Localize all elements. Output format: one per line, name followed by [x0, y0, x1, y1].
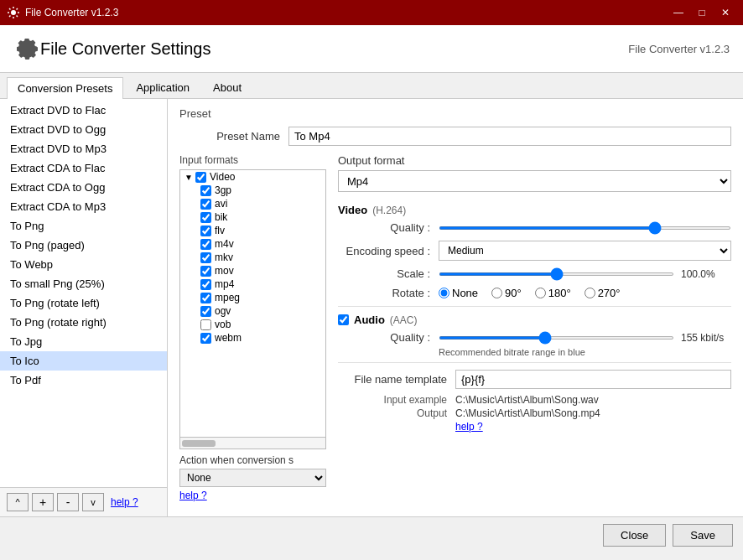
maximize-button[interactable]: □ [691, 4, 713, 21]
preset-name-input[interactable] [288, 127, 731, 146]
tree-item-avi[interactable]: avi [180, 197, 325, 210]
sidebar-item-1[interactable]: Extract DVD to Ogg [0, 120, 167, 139]
sidebar-item-3[interactable]: Extract CDA to Flac [0, 158, 167, 178]
tree-item-3gp[interactable]: 3gp [180, 184, 325, 197]
recommended-bitrate-text: Recommended bitrate range in blue [439, 347, 731, 357]
action-label: Action when conversion s [179, 454, 326, 466]
sidebar: Extract DVD to FlacExtract DVD to OggExt… [0, 99, 168, 516]
encoding-speed-select[interactable]: Ultra fastVery fastFastMediumSlowVery sl… [439, 241, 731, 261]
rotate-270[interactable]: 270° [585, 287, 621, 299]
tree-item-mov[interactable]: mov [180, 264, 325, 277]
preset-section-label: Preset [179, 107, 731, 120]
tree-item-bik[interactable]: bik [180, 210, 325, 224]
audio-quality-value: 155 kbit/s [681, 332, 731, 344]
input-formats-label: Input formats [179, 154, 326, 166]
sidebar-item-4[interactable]: Extract CDA to Ogg [0, 178, 167, 197]
cb-webm[interactable] [200, 333, 211, 344]
settings-col: Output format Mp4AviMkvWebm Video (H.264… [338, 154, 731, 501]
sidebar-item-9[interactable]: To small Png (25%) [0, 274, 167, 293]
label-mov: mov [215, 265, 234, 277]
video-quality-slider[interactable] [439, 226, 731, 230]
sidebar-item-11[interactable]: To Png (rotate right) [0, 313, 167, 332]
cb-bik[interactable] [200, 212, 211, 223]
tab-conversion-presets[interactable]: Conversion Presets [7, 77, 123, 99]
move-down-button[interactable]: v [82, 493, 104, 511]
sidebar-item-5[interactable]: Extract CDA to Mp3 [0, 197, 167, 216]
app-title: File Converter Settings [40, 39, 628, 59]
cb-flv[interactable] [200, 226, 211, 236]
add-preset-button[interactable]: + [32, 493, 54, 511]
preset-list[interactable]: Extract DVD to FlacExtract DVD to OggExt… [0, 99, 167, 487]
sidebar-item-14[interactable]: To Pdf [0, 371, 167, 390]
rotate-90[interactable]: 90° [491, 287, 522, 299]
action-help-link[interactable]: help ? [179, 490, 207, 501]
audio-quality-slider[interactable] [439, 336, 674, 340]
cb-mp4[interactable] [200, 279, 211, 290]
minimize-button[interactable]: — [668, 4, 689, 21]
rotate-180[interactable]: 180° [535, 287, 571, 299]
audio-quality-row: Quality : 155 kbit/s [338, 331, 731, 344]
tree-hscroll[interactable] [179, 438, 326, 449]
input-example-value: C:\Music\Artist\Album\Song.wav [455, 394, 599, 406]
format-tree[interactable]: ▼Video3gpavibikflvm4vmkvmovmp4mpegogvvob… [179, 169, 326, 438]
sidebar-help-link[interactable]: help ? [111, 496, 138, 508]
preset-name-label: Preset Name [179, 130, 288, 143]
svg-point-0 [11, 10, 16, 15]
save-button[interactable]: Save [673, 524, 733, 547]
video-quality-label: Quality : [338, 221, 439, 234]
output-format-select[interactable]: Mp4AviMkvWebm [338, 170, 731, 192]
label-avi: avi [215, 198, 227, 210]
sidebar-item-10[interactable]: To Png (rotate left) [0, 293, 167, 313]
rotate-radio-group: None 90° 180° 270° [439, 287, 621, 299]
tree-item-mpeg[interactable]: mpeg [180, 291, 325, 304]
action-dropdown[interactable]: None Beep Open folder [179, 469, 326, 487]
tree-item-webm[interactable]: webm [180, 331, 325, 345]
expand-icon[interactable]: ▼ [184, 172, 194, 182]
sidebar-controls: ^ + - v help ? [0, 487, 167, 516]
titlebar: File Converter v1.2.3 — □ ✕ [0, 0, 743, 25]
move-up-button[interactable]: ^ [7, 493, 29, 511]
label-bik: bik [215, 211, 227, 223]
audio-section-header: Audio (AAC) [338, 314, 731, 326]
remove-preset-button[interactable]: - [57, 493, 79, 511]
sidebar-item-2[interactable]: Extract DVD to Mp3 [0, 139, 167, 158]
sidebar-item-7[interactable]: To Png (paged) [0, 236, 167, 255]
tree-parent-video[interactable]: ▼Video [180, 170, 325, 184]
scale-label: Scale : [338, 267, 439, 280]
cb-3gp[interactable] [200, 185, 211, 196]
close-button[interactable]: Close [603, 524, 666, 547]
file-template-input[interactable] [455, 370, 731, 389]
settings-icon [13, 35, 40, 62]
tree-item-mp4[interactable]: mp4 [180, 277, 325, 291]
tab-about[interactable]: About [202, 76, 252, 98]
cb-mpeg[interactable] [200, 293, 211, 303]
scale-value: 100.0% [681, 268, 731, 280]
sidebar-item-8[interactable]: To Webp [0, 255, 167, 274]
tabbar: Conversion Presets Application About [0, 73, 743, 99]
file-template-help-link[interactable]: help ? [455, 421, 731, 433]
cb-vob[interactable] [200, 319, 211, 330]
tree-item-mkv[interactable]: mkv [180, 251, 325, 264]
sidebar-item-0[interactable]: Extract DVD to Flac [0, 101, 167, 120]
cb-avi[interactable] [200, 199, 211, 210]
scale-slider[interactable] [439, 272, 674, 276]
sidebar-item-6[interactable]: To Png [0, 216, 167, 236]
close-window-button[interactable]: ✕ [714, 4, 736, 21]
file-template-label: File name template [338, 373, 455, 386]
cb-mkv[interactable] [200, 252, 211, 263]
tree-item-ogv[interactable]: ogv [180, 304, 325, 318]
tree-item-m4v[interactable]: m4v [180, 237, 325, 251]
cb-mov[interactable] [200, 266, 211, 277]
tree-item-vob[interactable]: vob [180, 318, 325, 331]
tree-item-flv[interactable]: flv [180, 224, 325, 237]
label-mkv: mkv [215, 251, 233, 263]
audio-enabled-checkbox[interactable] [338, 314, 349, 325]
sidebar-item-12[interactable]: To Jpg [0, 332, 167, 351]
cb-ogv[interactable] [200, 306, 211, 317]
app-icon [7, 6, 20, 19]
sidebar-item-13[interactable]: To Ico [0, 351, 167, 371]
tab-application[interactable]: Application [125, 76, 200, 98]
video-parent-checkbox[interactable] [195, 172, 206, 183]
cb-m4v[interactable] [200, 239, 211, 250]
rotate-none[interactable]: None [439, 287, 478, 299]
